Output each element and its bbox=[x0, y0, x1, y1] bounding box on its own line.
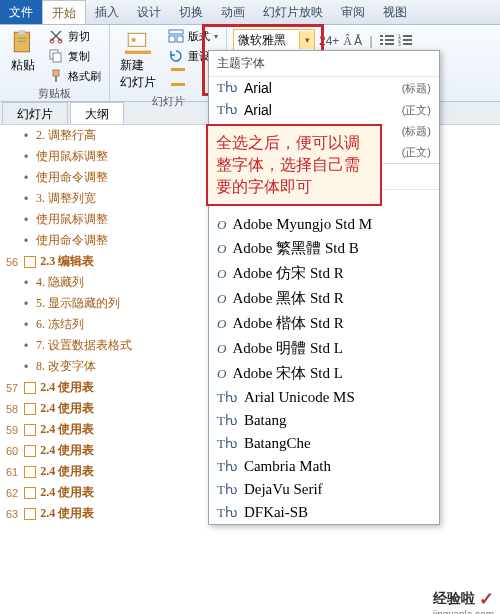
tab-insert[interactable]: 插入 bbox=[86, 0, 128, 24]
font-option[interactable]: TƕArial(正文) bbox=[209, 99, 439, 121]
font-option[interactable]: OAdobe 繁黑體 Std B bbox=[209, 236, 439, 261]
svg-rect-8 bbox=[53, 70, 59, 76]
font-dropdown: 主题字体 TƕArial(标题)TƕArial(正文)(标题)(正文) 所有字体… bbox=[208, 50, 440, 525]
font-option[interactable]: OAdobe 楷体 Std R bbox=[209, 311, 439, 336]
font-combo[interactable]: 微软雅黑 ▾ bbox=[233, 29, 315, 51]
outline-item[interactable]: •2. 调整行高 bbox=[0, 125, 165, 146]
font-option[interactable]: TƕArial(标题) bbox=[209, 77, 439, 99]
check-icon: ✓ bbox=[479, 588, 494, 610]
outline-item[interactable]: •使用命令调整 bbox=[0, 167, 165, 188]
font-section-theme: 主题字体 bbox=[209, 51, 439, 77]
clipboard-label: 剪贴板 bbox=[6, 85, 103, 101]
outline-item[interactable]: •使用命令调整 bbox=[0, 230, 165, 251]
svg-point-11 bbox=[132, 38, 136, 42]
svg-rect-9 bbox=[55, 76, 57, 82]
font-option[interactable]: TƕBatang bbox=[209, 409, 439, 432]
watermark: 经验啦 ✓ jingyanla.com bbox=[433, 588, 494, 610]
outline-item[interactable]: •8. 改变字体 bbox=[0, 356, 165, 377]
svg-rect-13 bbox=[169, 30, 183, 34]
outline-item[interactable]: 582.4 使用表 bbox=[0, 398, 165, 419]
tab-slideshow[interactable]: 幻灯片放映 bbox=[254, 0, 332, 24]
watermark-brand: 经验啦 bbox=[433, 590, 475, 608]
outline-item[interactable]: •使用鼠标调整 bbox=[0, 209, 165, 230]
outline-item[interactable]: 612.4 使用表 bbox=[0, 461, 165, 482]
font-option[interactable]: OAdobe 明體 Std L bbox=[209, 336, 439, 361]
layout-button[interactable]: 版式▾ bbox=[166, 27, 220, 45]
font-option[interactable]: OAdobe Myungjo Std M bbox=[209, 213, 439, 236]
new-slide-label: 新建 幻灯片 bbox=[120, 57, 156, 91]
font-option[interactable]: TƕArial Unicode MS bbox=[209, 386, 439, 409]
outline-item[interactable]: 632.4 使用表 bbox=[0, 503, 165, 524]
outline-item[interactable]: 592.4 使用表 bbox=[0, 419, 165, 440]
annotation-callout: 全选之后，便可以调整字体，选择自己需要的字体即可 bbox=[206, 124, 382, 206]
svg-rect-16 bbox=[380, 35, 383, 37]
outline-item[interactable]: 572.4 使用表 bbox=[0, 377, 165, 398]
font-option[interactable]: TƕDejaVu Serif bbox=[209, 478, 439, 501]
outline-pane: •2. 调整行高•使用鼠标调整•使用命令调整•3. 调整列宽•使用鼠标调整•使用… bbox=[0, 125, 165, 614]
list-icons[interactable]: 123 bbox=[380, 33, 412, 47]
svg-rect-3 bbox=[18, 41, 27, 42]
watermark-url: jingyanla.com bbox=[433, 609, 494, 614]
outline-item[interactable]: 562.3 编辑表 bbox=[0, 251, 165, 272]
font-option[interactable]: TƕBatangChe bbox=[209, 432, 439, 455]
font-combo-value: 微软雅黑 bbox=[234, 32, 299, 49]
svg-rect-12 bbox=[125, 51, 151, 54]
outline-item[interactable]: •使用鼠标调整 bbox=[0, 146, 165, 167]
font-option[interactable]: TƕDFKai-SB bbox=[209, 501, 439, 524]
outline-item[interactable]: •6. 冻结列 bbox=[0, 314, 165, 335]
ribbon-tabs: 文件 开始 插入 设计 切换 动画 幻灯片放映 审阅 视图 bbox=[0, 0, 500, 25]
svg-rect-21 bbox=[385, 43, 394, 45]
svg-rect-19 bbox=[385, 39, 394, 41]
copy-button[interactable]: 复制 bbox=[46, 47, 103, 65]
svg-rect-15 bbox=[177, 36, 183, 42]
tab-animation[interactable]: 动画 bbox=[212, 0, 254, 24]
painter-button[interactable]: 格式刷 bbox=[46, 67, 103, 85]
svg-rect-10 bbox=[128, 33, 145, 46]
font-option[interactable]: OAdobe 宋体 Std L bbox=[209, 361, 439, 386]
tab-design[interactable]: 设计 bbox=[128, 0, 170, 24]
subtab-slides[interactable]: 幻灯片 bbox=[2, 102, 68, 124]
svg-rect-1 bbox=[19, 30, 26, 34]
outline-item[interactable]: 622.4 使用表 bbox=[0, 482, 165, 503]
outline-item[interactable]: •3. 调整列宽 bbox=[0, 188, 165, 209]
svg-rect-14 bbox=[169, 36, 175, 42]
svg-rect-27 bbox=[403, 43, 412, 45]
svg-rect-25 bbox=[403, 39, 412, 41]
cut-button[interactable]: 剪切 bbox=[46, 27, 103, 45]
subtab-outline[interactable]: 大纲 bbox=[70, 102, 124, 124]
font-option[interactable]: OAdobe 仿宋 Std R bbox=[209, 261, 439, 286]
svg-rect-23 bbox=[403, 35, 412, 37]
outline-item[interactable]: •4. 隐藏列 bbox=[0, 272, 165, 293]
svg-text:3: 3 bbox=[398, 41, 401, 47]
tab-transition[interactable]: 切换 bbox=[170, 0, 212, 24]
tab-view[interactable]: 视图 bbox=[374, 0, 416, 24]
new-slide-button[interactable]: 新建 幻灯片 bbox=[116, 27, 160, 93]
paste-label: 粘贴 bbox=[11, 57, 35, 74]
slides-label: 幻灯片 bbox=[116, 93, 220, 109]
paste-button[interactable]: 粘贴 bbox=[6, 27, 40, 76]
tab-file[interactable]: 文件 bbox=[0, 0, 42, 24]
chevron-down-icon[interactable]: ▾ bbox=[299, 31, 314, 49]
svg-rect-20 bbox=[380, 43, 383, 45]
svg-rect-7 bbox=[53, 53, 61, 62]
outline-item[interactable]: •7. 设置数据表格式 bbox=[0, 335, 165, 356]
tab-review[interactable]: 审阅 bbox=[332, 0, 374, 24]
svg-rect-17 bbox=[385, 35, 394, 37]
outline-item[interactable]: 602.4 使用表 bbox=[0, 440, 165, 461]
svg-rect-2 bbox=[18, 38, 27, 39]
tab-home[interactable]: 开始 bbox=[42, 0, 86, 24]
font-size-display[interactable]: 24+ bbox=[319, 34, 339, 48]
group-clipboard: 粘贴 剪切 复制 格式刷 剪贴板 bbox=[0, 25, 110, 101]
font-option[interactable]: OAdobe 黑体 Std R bbox=[209, 286, 439, 311]
outline-item[interactable]: •5. 显示隐藏的列 bbox=[0, 293, 165, 314]
svg-rect-18 bbox=[380, 39, 383, 41]
font-option[interactable]: TƕCambria Math bbox=[209, 455, 439, 478]
